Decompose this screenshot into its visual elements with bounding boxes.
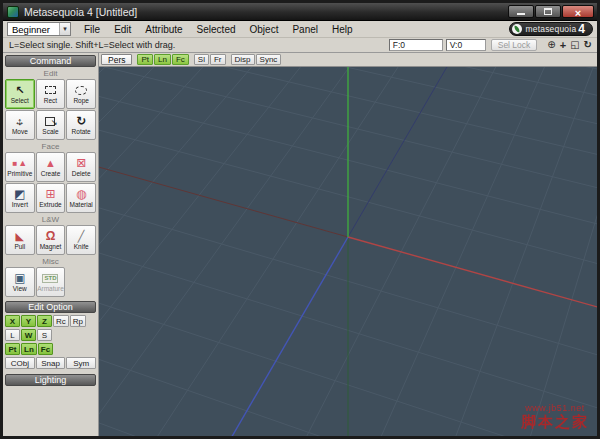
toggle-local[interactable]: L (5, 329, 20, 341)
view-toggle-pt[interactable]: Pt (137, 54, 153, 65)
view-nav-icons (547, 39, 592, 52)
app-icon (7, 6, 19, 18)
extrude-icon (45, 188, 55, 201)
zoom-icon[interactable] (547, 39, 555, 52)
command-invert[interactable]: Invert (5, 183, 35, 213)
view-icon (14, 272, 25, 285)
menu-selected[interactable]: Selected (190, 23, 243, 36)
command-armature[interactable]: Armature (36, 267, 66, 297)
primitive-icon (12, 157, 27, 170)
toggle-cobj[interactable]: CObj (5, 357, 35, 369)
toggle-y[interactable]: Y (21, 315, 36, 327)
create-icon (45, 157, 56, 170)
command-delete[interactable]: Delete (66, 152, 96, 182)
command-move[interactable]: Move (5, 110, 35, 140)
invert-icon (14, 188, 25, 201)
axis-toggle-row: X Y Z Rc Rp (5, 315, 96, 327)
minimize-button[interactable] (508, 5, 534, 18)
command-select[interactable]: Select (5, 79, 35, 109)
chevron-down-icon (59, 23, 70, 35)
face-count-field[interactable]: F:0 (389, 39, 443, 51)
view-header: Pers Pt Ln Fc Sl Fr Disp Sync (99, 53, 597, 67)
app-window: Metasequoia 4 [Untitled] Beginner File E… (0, 0, 600, 439)
command-panel: Command Edit Select Rect Rope Move S (3, 53, 99, 436)
toggle-sym[interactable]: Sym (66, 357, 96, 369)
command-rotate[interactable]: Rotate (66, 110, 96, 140)
misc-command-grid: View Armature (5, 267, 96, 297)
section-label-face: Face (5, 142, 96, 151)
command-pull[interactable]: Pull (5, 225, 35, 255)
option-button-row: CObj Snap Sym (5, 357, 96, 369)
toggle-rp[interactable]: Rp (70, 315, 86, 327)
menu-items: File Edit Attribute Selected Object Pane… (77, 23, 360, 36)
toggle-point[interactable]: Pt (5, 343, 20, 355)
command-primitive[interactable]: Primitive (5, 152, 35, 182)
pull-icon (16, 230, 24, 243)
pan-icon[interactable] (560, 39, 566, 52)
logo-version: 4 (578, 23, 585, 35)
command-magnet[interactable]: Magnet (36, 225, 66, 255)
menu-object[interactable]: Object (243, 23, 286, 36)
info-bar: L=Select single. Shift+L=Select with dra… (3, 38, 597, 53)
logo-text: metasequoia (525, 24, 576, 34)
toggle-snap[interactable]: Snap (36, 357, 66, 369)
edit-option-header[interactable]: Edit Option (5, 301, 96, 313)
menu-file[interactable]: File (77, 23, 107, 36)
material-icon (76, 188, 86, 201)
view-mode-button[interactable]: Pers (101, 54, 132, 65)
command-create[interactable]: Create (36, 152, 66, 182)
command-material[interactable]: Material (66, 183, 96, 213)
section-label-edit: Edit (5, 69, 96, 78)
toggle-z[interactable]: Z (37, 315, 52, 327)
metasequoia-logo: metasequoia 4 (509, 22, 593, 36)
window-controls (508, 5, 594, 18)
rect-select-icon (45, 86, 56, 94)
mode-select-value: Beginner (12, 24, 50, 35)
view-toggle-sl[interactable]: Sl (194, 54, 209, 65)
rotate-icon (76, 115, 86, 128)
element-toggle-row: Pt Ln Fc (5, 343, 96, 355)
magnet-icon (46, 230, 56, 243)
lw-command-grid: Pull Magnet Knife (5, 225, 96, 255)
view-toggle-disp[interactable]: Disp (231, 54, 255, 65)
menu-attribute[interactable]: Attribute (138, 23, 189, 36)
menu-edit[interactable]: Edit (107, 23, 138, 36)
scale-icon (45, 117, 55, 126)
toggle-screen[interactable]: S (37, 329, 52, 341)
hint-text: L=Select single. Shift+L=Select with dra… (9, 40, 175, 50)
menu-panel[interactable]: Panel (285, 23, 325, 36)
toggle-face[interactable]: Fc (38, 343, 53, 355)
command-rect[interactable]: Rect (36, 79, 66, 109)
command-extrude[interactable]: Extrude (36, 183, 66, 213)
command-rope[interactable]: Rope (66, 79, 96, 109)
maximize-button[interactable] (535, 5, 561, 18)
toggle-rc[interactable]: Rc (53, 315, 69, 327)
command-knife[interactable]: Knife (66, 225, 96, 255)
command-view[interactable]: View (5, 267, 35, 297)
view-area: Pers Pt Ln Fc Sl Fr Disp Sync www.jb51.n… (99, 53, 597, 436)
menu-help[interactable]: Help (325, 23, 360, 36)
edit-command-grid: Select Rect Rope Move Scale Rotate (5, 79, 96, 140)
mode-select[interactable]: Beginner (7, 22, 71, 36)
toggle-world[interactable]: W (21, 329, 36, 341)
view-toggle-fr[interactable]: Fr (210, 54, 226, 65)
menu-bar: Beginner File Edit Attribute Selected Ob… (3, 21, 597, 38)
view-toggle-ln[interactable]: Ln (154, 54, 171, 65)
command-panel-header[interactable]: Command (5, 55, 96, 67)
command-scale[interactable]: Scale (36, 110, 66, 140)
face-command-grid: Primitive Create Delete Invert Extrude M… (5, 152, 96, 213)
armature-icon (42, 272, 58, 285)
view-toggle-sync[interactable]: Sync (256, 54, 282, 65)
viewport-canvas[interactable]: www.jb51.net 脚本之家 (99, 67, 597, 436)
close-button[interactable] (562, 5, 594, 18)
minimize-icon (517, 13, 525, 15)
maximize-icon (544, 8, 552, 15)
rotate-view-icon[interactable] (584, 39, 592, 52)
lighting-panel-header[interactable]: Lighting (5, 374, 96, 386)
sel-lock-button[interactable]: Sel Lock (491, 39, 538, 51)
toggle-line[interactable]: Ln (21, 343, 37, 355)
vertex-count-field[interactable]: V:0 (446, 39, 486, 51)
view-toggle-fc[interactable]: Fc (172, 54, 189, 65)
fit-icon[interactable] (570, 39, 579, 52)
toggle-x[interactable]: X (5, 315, 20, 327)
